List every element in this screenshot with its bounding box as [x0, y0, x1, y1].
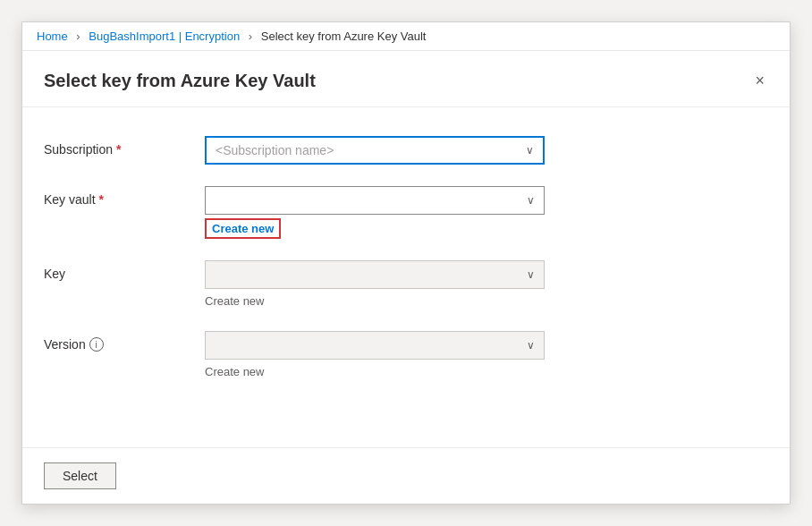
subscription-dropdown[interactable]: <Subscription name> ∨	[205, 136, 545, 165]
key-vault-label: Key vault *	[44, 186, 205, 207]
key-vault-chevron-icon: ∨	[527, 194, 535, 207]
close-button[interactable]: ×	[751, 69, 768, 92]
dialog: Home › BugBashImport1 | Encryption › Sel…	[21, 21, 791, 505]
key-create-new-link[interactable]: Create new	[205, 293, 768, 310]
breadcrumb-sep-1: ›	[76, 30, 80, 43]
key-dropdown[interactable]: ∨	[205, 260, 545, 289]
breadcrumb-sep-2: ›	[249, 30, 252, 43]
key-vault-row: Key vault * ∨ Create new	[44, 186, 768, 239]
dialog-body: Subscription * <Subscription name> ∨ Key…	[22, 107, 790, 447]
version-chevron-icon: ∨	[527, 339, 535, 352]
breadcrumb-current: Select key from Azure Key Vault	[261, 30, 427, 43]
version-create-new-link[interactable]: Create new	[205, 363, 768, 380]
version-label: Version i	[44, 331, 205, 352]
subscription-label: Subscription *	[44, 136, 205, 157]
breadcrumb: Home › BugBashImport1 | Encryption › Sel…	[22, 22, 790, 51]
dialog-footer: Select	[22, 447, 790, 504]
subscription-value: <Subscription name>	[216, 143, 334, 157]
breadcrumb-home[interactable]: Home	[37, 30, 68, 43]
key-control-area: ∨ Create new	[205, 260, 768, 310]
subscription-required-star: *	[116, 142, 121, 157]
select-button[interactable]: Select	[44, 462, 116, 489]
key-label: Key	[44, 260, 205, 281]
key-vault-required-star: *	[99, 192, 104, 207]
version-dropdown[interactable]: ∨	[205, 331, 545, 360]
key-vault-create-new-link[interactable]: Create new	[205, 218, 281, 239]
version-row: Version i ∨ Create new	[44, 331, 768, 380]
subscription-control-area: <Subscription name> ∨	[205, 136, 768, 165]
version-info-icon[interactable]: i	[89, 337, 104, 352]
subscription-row: Subscription * <Subscription name> ∨	[44, 136, 768, 165]
dialog-title: Select key from Azure Key Vault	[44, 71, 316, 91]
key-row: Key ∨ Create new	[44, 260, 768, 310]
dialog-header: Select key from Azure Key Vault ×	[22, 51, 790, 107]
key-vault-control-area: ∨ Create new	[205, 186, 768, 239]
key-chevron-icon: ∨	[527, 268, 535, 281]
version-control-area: ∨ Create new	[205, 331, 768, 380]
breadcrumb-resource[interactable]: BugBashImport1 | Encryption	[89, 30, 240, 43]
subscription-chevron-icon: ∨	[526, 144, 534, 157]
key-vault-dropdown[interactable]: ∨	[205, 186, 545, 215]
